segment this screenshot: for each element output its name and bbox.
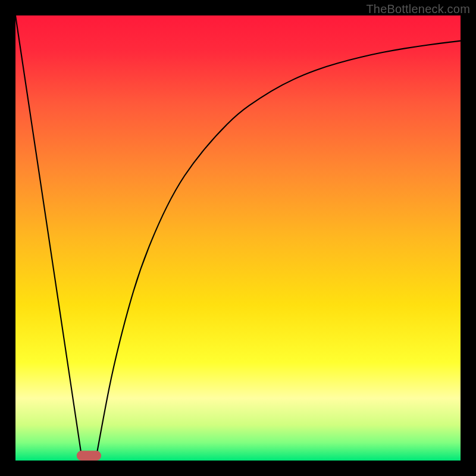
chart-container: TheBottleneck.com — [0, 0, 476, 476]
chart-svg — [0, 0, 476, 476]
optimal-marker — [77, 451, 101, 461]
plot-background — [15, 15, 461, 461]
watermark-text: TheBottleneck.com — [366, 2, 470, 16]
